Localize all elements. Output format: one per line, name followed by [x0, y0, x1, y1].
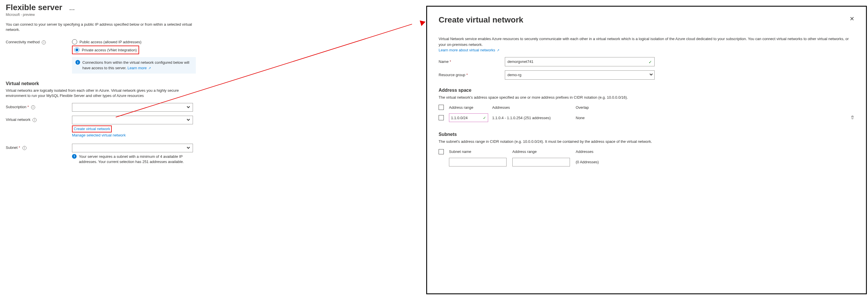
panel-description: Virtual Network service enables Azure re…: [439, 36, 853, 53]
resource-group-row: Resource group * demo-rg: [439, 71, 855, 80]
virtual-network-select[interactable]: [72, 116, 193, 124]
subnet-name-header: Subnet name: [449, 150, 512, 154]
subscription-row: Subscription * i: [6, 103, 196, 112]
chevron-down-icon: [186, 118, 191, 122]
subnet-range-input[interactable]: [512, 158, 570, 166]
subscription-select[interactable]: [72, 103, 193, 112]
check-icon: ✓: [483, 116, 486, 120]
subnet-addresses-header: Addresses: [576, 150, 855, 154]
name-input[interactable]: demorgvnet741 ✓: [505, 57, 655, 66]
select-all-subnets-checkbox[interactable]: [439, 149, 444, 154]
info-icon[interactable]: i: [31, 105, 35, 109]
name-value: demorgvnet741: [507, 59, 533, 64]
delete-row-button[interactable]: [846, 115, 855, 120]
resource-group-select[interactable]: demo-rg: [505, 71, 655, 80]
connectivity-method-row: Connectivity method i Public access (all…: [6, 38, 196, 73]
address-range-header: Address range: [449, 105, 492, 110]
select-all-checkbox[interactable]: [439, 105, 444, 110]
address-range-input[interactable]: 1.1.0.0/24 ✓: [449, 113, 488, 122]
radio-private-access[interactable]: Private access (VNet Integration): [74, 47, 137, 53]
highlight-box: Create virtual network: [72, 126, 112, 132]
external-link-icon: ↗: [148, 66, 151, 70]
info-icon[interactable]: i: [42, 41, 46, 45]
info-icon[interactable]: i: [23, 146, 27, 150]
radio-icon: [72, 39, 77, 45]
subnet-name-input[interactable]: [449, 158, 506, 166]
resource-group-value: demo-rg: [507, 73, 521, 77]
subnet-row: Subnet * i i Your server requires a subn…: [6, 144, 196, 164]
callout-arrowhead: [420, 19, 426, 26]
vnet-heading: Virtual network: [6, 81, 196, 86]
address-space-heading: Address space: [439, 88, 855, 93]
info-banner: i Connections from within the virtual ne…: [72, 57, 196, 73]
name-row: Name * demorgvnet741 ✓: [439, 57, 855, 66]
subnet-note: i Your server requires a subnet with a m…: [72, 154, 196, 164]
chevron-down-icon: [649, 73, 653, 77]
row-checkbox[interactable]: [439, 115, 444, 120]
subnet-table-header: Subnet name Address range Addresses: [439, 147, 855, 156]
subnet-row: (0 Addresses): [439, 156, 855, 168]
virtual-network-row: Virtual network i Create virtual network…: [6, 116, 196, 138]
info-icon: i: [75, 60, 80, 64]
check-icon: ✓: [649, 60, 652, 64]
chevron-down-icon: [186, 105, 191, 110]
create-virtual-network-panel: Create virtual network ✕ Virtual Network…: [426, 6, 867, 294]
chevron-down-icon: [186, 146, 191, 150]
learn-more-vnets-link[interactable]: Learn more about virtual networks ↗: [439, 48, 499, 52]
subnets-heading: Subnets: [439, 132, 855, 137]
resource-group-label: Resource group *: [439, 73, 505, 77]
create-virtual-network-link[interactable]: Create virtual network: [74, 126, 110, 132]
info-icon: i: [72, 154, 76, 159]
subnet-label: Subnet * i: [6, 144, 72, 150]
radio-public-label: Public access (allowed IP addresses): [80, 40, 142, 44]
subscription-label: Subscription * i: [6, 103, 72, 109]
subnet-range-header: Address range: [512, 150, 576, 154]
subnet-address-count: (0 Addresses): [576, 160, 855, 164]
external-link-icon: ↗: [497, 49, 499, 52]
addresses-header: Addresses: [492, 105, 576, 110]
radio-icon: [74, 47, 80, 53]
overlap-value: None: [576, 116, 846, 120]
address-row: 1.1.0.0/24 ✓ 1.1.0.4 - 1.1.0.254 (251 ad…: [439, 112, 855, 124]
address-space-desc: The virtual network's address space spec…: [439, 95, 855, 100]
subnets-desc: The subnet's address range in CIDR notat…: [439, 139, 855, 144]
page-title-text: Flexible server: [6, 3, 62, 12]
addresses-value: 1.1.0.4 - 1.1.0.254 (251 addresses): [492, 116, 576, 120]
highlight-box: Private access (VNet Integration): [72, 46, 139, 54]
subnet-select[interactable]: [72, 144, 193, 152]
virtual-network-label: Virtual network i: [6, 116, 72, 122]
page-title: Flexible server …: [6, 3, 196, 12]
radio-private-label: Private access (VNet Integration): [82, 48, 137, 52]
panel-title: Create virtual network: [439, 15, 523, 25]
flexible-server-page: Flexible server … Microsoft - preview Yo…: [0, 0, 202, 172]
learn-more-link[interactable]: Learn more ↗: [128, 66, 151, 70]
intro-text: You can connect to your server by specif…: [6, 22, 196, 32]
manage-virtual-network-link[interactable]: Manage selected virtual network: [72, 132, 196, 138]
connectivity-method-label: Connectivity method i: [6, 38, 72, 45]
info-icon[interactable]: i: [33, 118, 37, 122]
address-table-header: Address range Addresses Overlap: [439, 103, 855, 112]
vnet-description: Virtual networks are logically isolated …: [6, 88, 196, 98]
close-icon[interactable]: ✕: [849, 15, 855, 22]
overlap-header: Overlap: [576, 105, 846, 110]
more-menu-icon[interactable]: …: [69, 5, 75, 11]
radio-public-access[interactable]: Public access (allowed IP addresses): [72, 38, 196, 46]
name-label: Name *: [439, 59, 505, 64]
page-subtitle: Microsoft - preview: [6, 13, 196, 17]
